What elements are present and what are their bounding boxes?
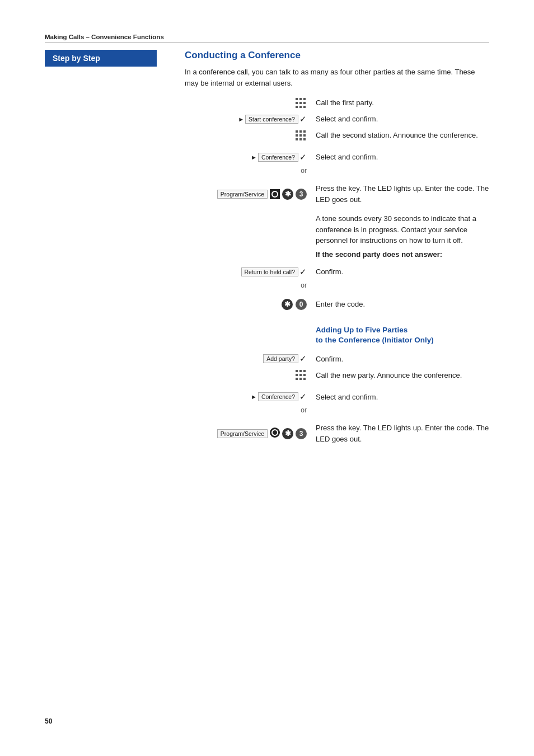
intro-text: In a conference call, you can talk to as…	[185, 67, 489, 88]
text-call-new: Call the new party. Announce the confere…	[313, 370, 489, 381]
left-program-2: Program/Service ✱ 3	[185, 428, 313, 439]
star-circle-3: ✱	[282, 428, 293, 439]
or-row-3: or	[185, 406, 489, 420]
left-or-3: or	[185, 406, 313, 414]
number-circle-0: 0	[296, 299, 307, 310]
svg-rect-22	[303, 370, 306, 372]
text-return: Confirm.	[313, 266, 489, 278]
phone-circle-1	[270, 189, 280, 199]
svg-rect-7	[299, 106, 302, 108]
check-return: ✓	[299, 267, 307, 277]
svg-rect-0	[296, 98, 298, 100]
svg-rect-2	[303, 98, 306, 100]
left-add-party: Add party? ✓	[185, 354, 313, 364]
phone-circle-2	[270, 428, 280, 439]
step-star-zero: ✱ 0 Enter the code.	[185, 298, 489, 311]
keypad-icon-1	[294, 97, 307, 109]
label-return: Return to held call?	[241, 267, 298, 276]
step-call-first: Call the first party.	[185, 96, 489, 110]
step-conf-check-2: ► Conference? ✓ Select and confirm.	[185, 390, 489, 403]
text-call-second: Call the second station. Announce the co…	[313, 130, 489, 141]
step-call-new: Call the new party. Announce the confere…	[185, 368, 489, 382]
text-program-2: Press the key. The LED lights up. Enter …	[313, 422, 489, 444]
check-add-party: ✓	[299, 354, 307, 364]
svg-rect-6	[296, 106, 298, 108]
keypad-icon-3	[294, 369, 307, 381]
text-start-conf: Select and confirm.	[313, 114, 489, 125]
page-number: 50	[45, 717, 52, 725]
svg-rect-17	[303, 138, 306, 140]
svg-rect-8	[303, 106, 306, 108]
svg-rect-14	[303, 134, 306, 137]
or-row-2: or	[185, 281, 489, 295]
number-circle-3b: 3	[296, 428, 307, 439]
text-tone: A tone sounds every 30 seconds to indica…	[313, 213, 489, 246]
text-star-zero: Enter the code.	[313, 299, 489, 310]
svg-rect-1	[299, 98, 302, 100]
star-circle-1: ✱	[282, 189, 293, 200]
right-column: Conducting a Conference In a conference …	[179, 50, 489, 447]
label-program-1: Program/Service	[217, 190, 268, 199]
section-header: Making Calls – Convenience Functions	[45, 34, 489, 43]
check-conf-2: ✓	[299, 392, 307, 402]
svg-rect-5	[303, 102, 306, 104]
left-column: Step by Step	[45, 50, 179, 447]
step-by-step-box: Step by Step	[45, 50, 157, 67]
step-tone-info: A tone sounds every 30 seconds to indica…	[185, 213, 489, 246]
left-keypad-3	[185, 369, 313, 381]
text-adding: Adding Up to Five Partiesto the Conferen…	[313, 320, 489, 350]
step-add-party: Add party? ✓ Confirm.	[185, 352, 489, 365]
check-start-conf: ✓	[299, 114, 307, 124]
svg-rect-10	[299, 130, 302, 133]
svg-rect-25	[303, 374, 306, 376]
section-title: Conducting a Conference	[185, 50, 489, 61]
label-conf: Conference?	[258, 153, 298, 162]
label-program-2: Program/Service	[217, 429, 268, 438]
left-or-2: or	[185, 281, 313, 289]
main-layout: Step by Step Conducting a Conference In …	[45, 50, 489, 447]
text-conf-check: Select and confirm.	[313, 152, 489, 163]
step-adding-title: Adding Up to Five Partiesto the Conferen…	[185, 320, 489, 350]
keypad-icon-2	[294, 129, 307, 142]
blue-subtitle-adding: Adding Up to Five Partiesto the Conferen…	[316, 325, 489, 346]
check-conf: ✓	[299, 152, 307, 162]
star-circle-2: ✱	[282, 299, 293, 310]
left-program-1: Program/Service ✱ 3	[185, 189, 313, 200]
svg-rect-27	[299, 378, 302, 380]
text-call-first: Call the first party.	[313, 97, 489, 109]
label-add-party: Add party?	[263, 354, 298, 363]
svg-rect-20	[296, 370, 298, 372]
step-program-service-1: Program/Service ✱ 3 Press the key. The L…	[185, 183, 489, 205]
svg-point-18	[270, 189, 280, 199]
or-row-1: or	[185, 167, 489, 180]
svg-point-29	[270, 428, 280, 438]
svg-rect-26	[296, 378, 298, 380]
left-keypad-2	[185, 129, 313, 142]
svg-rect-23	[296, 374, 298, 376]
text-add-party: Confirm.	[313, 354, 489, 365]
step-start-conf: ► Start conference? ✓ Select and confirm…	[185, 112, 489, 126]
text-conf-check-2: Select and confirm.	[313, 392, 489, 403]
svg-rect-13	[299, 134, 302, 137]
text-no-answer: If the second party does not answer:	[313, 249, 489, 260]
left-or-1: or	[185, 167, 313, 175]
left-conf-check: ► Conference? ✓	[185, 152, 313, 162]
left-start-conf: ► Start conference? ✓	[185, 114, 313, 124]
text-program-1: Press the key. The LED lights up. Enter …	[313, 183, 489, 205]
step-program-service-2: Program/Service ✱ 3 Press the key. The L…	[185, 422, 489, 444]
svg-rect-21	[299, 370, 302, 372]
svg-rect-24	[299, 374, 302, 376]
svg-rect-28	[303, 378, 306, 380]
step-return-held: Return to held call? ✓ Confirm.	[185, 265, 489, 279]
number-circle-3a: 3	[296, 189, 307, 200]
svg-rect-15	[296, 138, 298, 140]
step-second-no-answer: If the second party does not answer:	[185, 249, 489, 262]
step-conf-check: ► Conference? ✓ Select and confirm.	[185, 151, 489, 164]
label-start-conf: Start conference?	[245, 115, 298, 124]
left-return: Return to held call? ✓	[185, 267, 313, 277]
svg-rect-11	[303, 130, 306, 133]
page: Making Calls – Convenience Functions Ste…	[0, 0, 534, 756]
left-star-zero: ✱ 0	[185, 299, 313, 310]
svg-rect-9	[296, 130, 298, 133]
svg-rect-12	[296, 134, 298, 137]
